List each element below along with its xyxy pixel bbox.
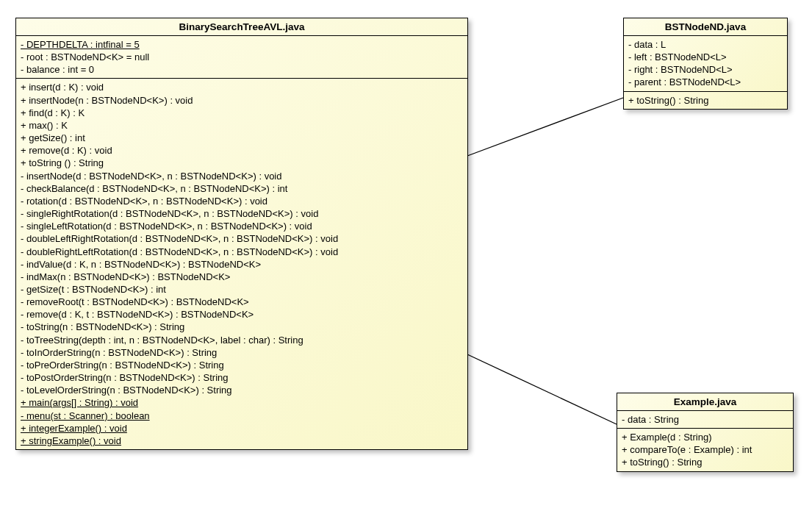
- uml-member: - balance : int = 0: [21, 63, 463, 76]
- uml-member: - doubleLeftRightRotation(d : BSTNodeND<…: [21, 232, 463, 245]
- uml-member: - parent : BSTNodeND<L>: [628, 76, 783, 88]
- uml-member: - right : BSTNodeND<L>: [628, 63, 783, 76]
- operations-section: + insert(d : K) : void+ insertNode(n : B…: [16, 79, 467, 449]
- class-bstnodend: BSTNodeND.java - data : L- left : BSTNod…: [623, 18, 788, 110]
- assoc-bstavl-bstnode: [467, 98, 623, 156]
- uml-member: - data : String: [622, 413, 788, 426]
- uml-member: + toString () : String: [21, 157, 463, 169]
- uml-member: - toPreOrderString(n : BSTNodeND<K>) : S…: [21, 359, 463, 371]
- uml-member: - DEPTHDELTA : intfinal = 5: [21, 38, 463, 51]
- class-binarysearchtreeavl: BinarySearchTreeAVL.java - DEPTHDELTA : …: [15, 18, 468, 450]
- uml-member: - singleRightRotation(d : BSTNodeND<K>, …: [21, 207, 463, 220]
- uml-member: - toTreeString(depth : int, n : BSTNodeN…: [21, 334, 463, 346]
- attributes-section: - data : L- left : BSTNodeND<L>- right :…: [624, 36, 787, 92]
- uml-member: + getSize() : int: [21, 132, 463, 144]
- uml-member: - indValue(d : K, n : BSTNodeND<K>) : BS…: [21, 258, 463, 271]
- uml-member: - indMax(n : BSTNodeND<K>) : BSTNodeND<K…: [21, 271, 463, 283]
- uml-member: - removeRoot(t : BSTNodeND<K>) : BSTNode…: [21, 296, 463, 308]
- uml-member: + main(args[] : String) : void: [21, 396, 463, 409]
- class-title: BinarySearchTreeAVL.java: [16, 18, 467, 36]
- uml-member: - menu(st : Scanner) : boolean: [21, 410, 463, 422]
- uml-member: - getSize(t : BSTNodeND<K>) : int: [21, 283, 463, 296]
- uml-member: + remove(d : K) : void: [21, 144, 463, 157]
- uml-member: + insertNode(n : BSTNodeND<K>) : void: [21, 94, 463, 107]
- uml-member: - toString(n : BSTNodeND<K>) : String: [21, 321, 463, 333]
- uml-member: - singleLeftRotation(d : BSTNodeND<K>, n…: [21, 220, 463, 232]
- uml-member: - doubleRightLeftRotation(d : BSTNodeND<…: [21, 246, 463, 258]
- uml-member: - data : L: [628, 38, 783, 51]
- uml-member: - root : BSTNodeND<K> = null: [21, 51, 463, 63]
- uml-member: + find(d : K) : K: [21, 107, 463, 119]
- uml-member: + Example(d : String): [622, 431, 788, 443]
- uml-member: + insert(d : K) : void: [21, 81, 463, 93]
- uml-member: + toString() : String: [628, 94, 783, 107]
- uml-member: + max() : K: [21, 119, 463, 132]
- uml-member: - toPostOrderString(n : BSTNodeND<K>) : …: [21, 371, 463, 384]
- operations-section: + toString() : String: [624, 92, 787, 109]
- class-title: Example.java: [617, 393, 793, 411]
- assoc-bstavl-example: [467, 354, 617, 424]
- uml-member: - insertNode(d : BSTNodeND<K>, n : BSTNo…: [21, 170, 463, 182]
- attributes-section: - data : String: [617, 411, 793, 429]
- uml-member: - toLevelOrderString(n : BSTNodeND<K>) :…: [21, 384, 463, 396]
- operations-section: + Example(d : String)+ compareTo(e : Exa…: [617, 429, 793, 471]
- class-example: Example.java - data : String + Example(d…: [617, 393, 794, 472]
- attributes-section: - DEPTHDELTA : intfinal = 5- root : BSTN…: [16, 36, 467, 79]
- uml-member: + compareTo(e : Example) : int: [622, 443, 788, 456]
- uml-member: + stringExample() : void: [21, 435, 463, 447]
- uml-member: - toInOrderString(n : BSTNodeND<K>) : St…: [21, 346, 463, 359]
- uml-member: - checkBalance(d : BSTNodeND<K>, n : BST…: [21, 182, 463, 195]
- uml-member: - rotation(d : BSTNodeND<K>, n : BSTNode…: [21, 195, 463, 207]
- uml-member: + integerExample() : void: [21, 422, 463, 435]
- uml-member: + toString() : String: [622, 456, 788, 468]
- uml-member: - left : BSTNodeND<L>: [628, 51, 783, 63]
- uml-member: - remove(d : K, t : BSTNodeND<K>) : BSTN…: [21, 308, 463, 321]
- class-title: BSTNodeND.java: [624, 18, 787, 36]
